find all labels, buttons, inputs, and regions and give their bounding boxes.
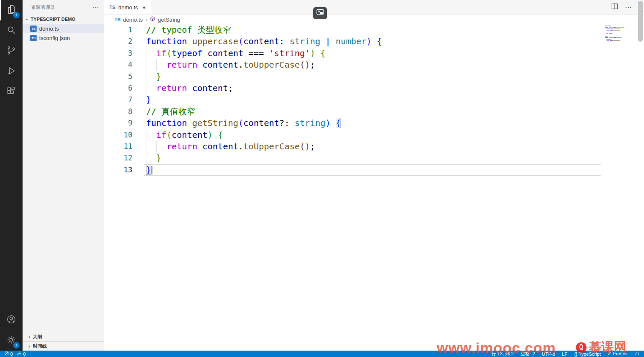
account-button[interactable] [0, 310, 23, 330]
code-text: } [132, 71, 161, 83]
breadcrumb-file[interactable]: demo.ts [123, 17, 143, 23]
modified-dot-icon[interactable]: ● [143, 5, 146, 10]
code-text: return content; [132, 83, 233, 94]
breadcrumb-symbol[interactable]: getString [158, 17, 180, 23]
minimap[interactable] [605, 26, 636, 44]
code-line-6[interactable]: 6 return content; [104, 83, 644, 94]
breadcrumb-separator: › [145, 16, 147, 23]
tab-title: demo.ts [118, 4, 138, 11]
code-line-13[interactable]: 13} [104, 164, 644, 176]
explorer-badge: 1 [13, 12, 20, 18]
run-debug-icon [6, 66, 17, 78]
problems-errors[interactable]: 0 [4, 351, 13, 357]
problems-warnings[interactable]: 0 [17, 351, 26, 357]
activity-bar-spacer [0, 102, 23, 310]
tab-bar: TS demo.ts ● ⋯ [104, 0, 644, 15]
code-line-2[interactable]: 2function uppercase(content: string | nu… [104, 36, 644, 47]
code-text: if(typeof content === 'string') { [132, 48, 326, 59]
typescript-file-icon: TS [30, 35, 37, 41]
symbol-function-icon [150, 16, 155, 23]
code-text: // 真值收窄 [132, 106, 195, 117]
folder-section-header[interactable]: › TYPESCRIPT DEMO [23, 14, 104, 24]
sidebar-item-explorer[interactable]: 1 [0, 0, 23, 20]
code-text: function getString(content?: string) { [132, 117, 341, 129]
code-line-10[interactable]: 10 if(content) { [104, 129, 644, 141]
line-number: 7 [104, 94, 132, 106]
line-number: 2 [104, 36, 132, 47]
screen-share-icon [316, 9, 324, 18]
settings-badge: 1 [13, 342, 20, 348]
warning-icon [17, 351, 22, 357]
code-line-7[interactable]: 7} [104, 94, 644, 106]
timeline-label: 时间线 [33, 343, 47, 349]
code-line-3[interactable]: 3 if(typeof content === 'string') { [104, 48, 644, 59]
line-number: 6 [104, 83, 132, 94]
status-eol[interactable]: LF [562, 351, 567, 357]
extensions-icon [6, 86, 17, 98]
sidebar-item-extensions[interactable] [0, 82, 23, 102]
typescript-file-icon: TS [114, 17, 120, 22]
explorer-sidebar: 资源管理器 ⋯ › TYPESCRIPT DEMO TSdemo.tsTStsc… [23, 0, 104, 351]
notifications-bell-icon[interactable] [635, 351, 640, 357]
account-icon [6, 314, 17, 326]
current-line-highlight [144, 164, 601, 176]
code-line-9[interactable]: 9function getString(content?: string) { [104, 117, 644, 129]
chevron-right-icon: › [27, 334, 32, 340]
typescript-file-icon: TS [30, 26, 37, 32]
sidebar-more-actions-icon[interactable]: ⋯ [92, 3, 99, 11]
sidebar-item-run-debug[interactable] [0, 61, 23, 82]
folder-section-label: TYPESCRIPT DEMO [31, 17, 75, 22]
code-line-5[interactable]: 5 } [104, 71, 644, 83]
chevron-right-icon: › [27, 343, 32, 349]
sidebar-item-search[interactable] [0, 20, 23, 41]
timeline-section[interactable]: › 时间线 [23, 341, 104, 351]
outline-section[interactable]: › 大纲 [23, 332, 104, 341]
line-number: 13 [104, 164, 132, 176]
chevron-down-icon: › [24, 17, 30, 22]
search-icon [6, 25, 17, 37]
code-line-12[interactable]: 12 } [104, 152, 644, 164]
source-control-branch-icon [6, 45, 17, 57]
code-editor[interactable]: 1// typeof 类型收窄2function uppercase(conte… [104, 24, 644, 351]
breadcrumb[interactable]: TS demo.ts › getString [104, 15, 644, 24]
status-formatter[interactable]: ✓ Prettier [607, 351, 628, 357]
activity-bar: 1 [0, 0, 23, 351]
sidebar-item-source-control[interactable] [0, 41, 23, 61]
file-label: demo.ts [39, 26, 59, 32]
sidebar-title: 资源管理器 [31, 4, 92, 11]
line-number: 10 [104, 129, 132, 141]
vscode-window: 1 [0, 0, 644, 357]
editor-group: TS demo.ts ● ⋯ TS demo.ts › [104, 0, 644, 351]
status-cursor-position[interactable]: 行 13, 列 2 [491, 351, 514, 357]
error-icon [4, 351, 9, 357]
code-text: // typeof 类型收窄 [132, 24, 231, 36]
file-item-demo.ts[interactable]: TSdemo.ts [23, 24, 104, 33]
code-text: return content.toUpperCase(); [132, 141, 315, 152]
status-language[interactable]: {} TypeScript [574, 351, 601, 357]
code-line-8[interactable]: 8// 真值收窄 [104, 106, 644, 117]
code-line-11[interactable]: 11 return content.toUpperCase(); [104, 141, 644, 152]
code-line-1[interactable]: 1// typeof 类型收窄 [104, 24, 644, 36]
file-list: TSdemo.tsTStsconfig.json [23, 24, 104, 43]
code-text: return content.toUpperCase(); [132, 59, 315, 71]
typescript-file-icon: TS [109, 5, 115, 10]
line-number: 11 [104, 141, 132, 152]
code-text: function uppercase(content: string | num… [132, 36, 382, 47]
line-number: 9 [104, 117, 132, 129]
code-text: } [132, 94, 151, 106]
split-editor-icon[interactable] [611, 3, 618, 11]
file-item-tsconfig.json[interactable]: TStsconfig.json [23, 33, 104, 43]
editor-more-actions-icon[interactable]: ⋯ [625, 3, 632, 11]
status-encoding[interactable]: UTF-8 [542, 351, 555, 357]
sidebar-bottom-sections: › 大纲 › 时间线 [23, 332, 104, 351]
line-number: 12 [104, 152, 132, 164]
status-indentation[interactable]: 空格: 2 [521, 351, 535, 357]
settings-button[interactable]: 1 [0, 330, 23, 351]
pip-overlay-button[interactable] [313, 7, 327, 19]
code-line-4[interactable]: 4 return content.toUpperCase(); [104, 59, 644, 71]
code-text: } [132, 152, 161, 164]
editor-scrollbar-thumb[interactable] [638, 1, 643, 42]
code-text: if(content) { [132, 129, 223, 141]
line-number: 1 [104, 24, 132, 36]
tab-demo-ts[interactable]: TS demo.ts ● [104, 0, 151, 14]
